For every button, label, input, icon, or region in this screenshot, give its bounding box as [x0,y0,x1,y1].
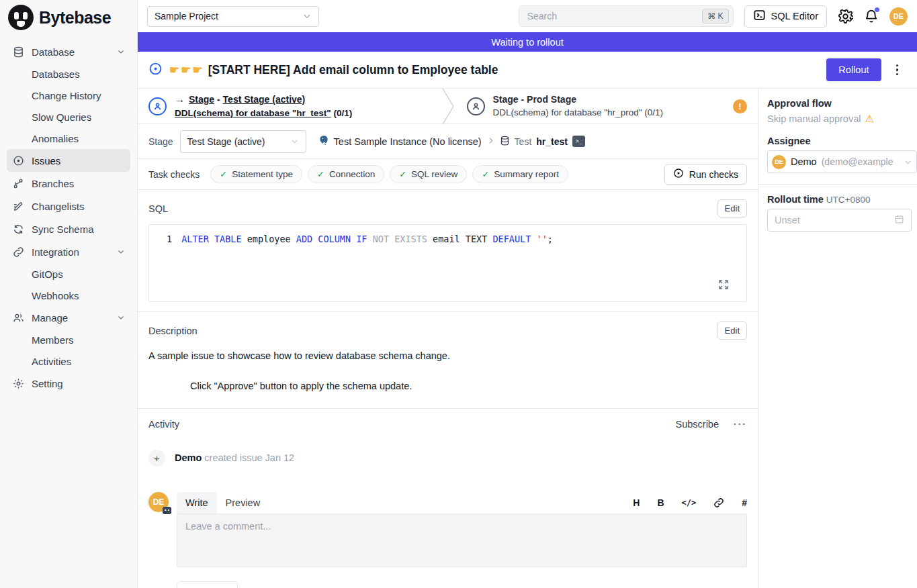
description-edit-button[interactable]: Edit [717,322,747,340]
sidebar-item-anomalies[interactable]: Anomalies [7,128,130,149]
branch-icon [12,177,25,190]
bold-format-icon[interactable]: B [657,497,664,508]
sql-editor[interactable]: 1 ALTER TABLE employee ADD COLUMN IF NOT… [148,224,747,302]
sidebar-item-setting[interactable]: Setting [7,372,130,395]
search-input[interactable] [527,11,703,21]
sidebar-item-members[interactable]: Members [7,329,130,350]
rollout-button[interactable]: Rollout [826,58,881,81]
subscribe-button[interactable]: Subscribe [676,419,719,430]
description-section: Description Edit A sample issue to showc… [138,311,758,408]
heading-format-icon[interactable]: H [633,497,640,508]
approver-icon-active [148,97,167,115]
chevron-down-icon [290,137,299,146]
description-paragraph: Click "Approve" button to apply the sche… [190,379,747,393]
task-checks-label: Task checks [148,169,200,180]
sidebar-item-sync-schema[interactable]: Sync Schema [7,217,130,240]
sidebar-item-issues[interactable]: Issues [7,149,130,172]
terminal-icon [753,9,766,23]
sidebar-item-databases[interactable]: Databases [7,63,130,85]
sidebar-item-change-history[interactable]: Change History [7,85,130,106]
pointing-finger-emoji: ☛☛☛ [169,64,204,77]
tab-write[interactable]: Write [177,492,217,513]
assignee-email: (demo@example [822,156,893,167]
stage-test[interactable]: →Stage - Test Stage (active) DDL(schema)… [138,89,440,124]
run-checks-button[interactable]: Run checks [664,164,747,185]
stage-select[interactable]: Test Stage (active) [180,130,306,153]
database-name[interactable]: hr_test [536,136,568,147]
chevron-down-icon [117,48,125,56]
code-format-icon[interactable]: </> [682,498,697,507]
search-shortcut-badge: ⌘ K [702,9,728,23]
sidebar-item-gitops[interactable]: GitOps [7,263,130,285]
hash-format-icon[interactable]: # [742,497,747,508]
expand-icon[interactable] [718,279,729,292]
project-select[interactable]: Sample Project [147,6,319,27]
sidebar-item-slow-queries[interactable]: Slow Queries [7,106,130,128]
rollout-time-input[interactable]: Unset [767,209,912,232]
panel-divider [758,184,917,185]
notification-dot [875,7,879,12]
activity-section: Activity Subscribe ··· + Demo created is… [138,408,758,588]
description-paragraph: A sample issue to showcase how to review… [148,349,747,362]
stages-strip: →Stage - Test Stage (active) DDL(schema)… [138,89,758,124]
speech-bubble-icon [163,507,171,514]
check-pill-statement-type[interactable]: ✓Statement type [210,165,302,183]
notification-bell-icon[interactable] [864,9,879,23]
tab-preview[interactable]: Preview [217,492,269,513]
gear-icon [12,377,25,390]
stage-label: Stage [148,136,173,147]
sidebar-item-integration[interactable]: Integration [7,240,130,263]
link-format-icon[interactable] [713,497,724,508]
sidebar-item-activities[interactable]: Activities [7,350,130,372]
plus-icon: + [148,450,165,467]
changelist-pen-icon [12,200,25,213]
comment-avatar: DE [148,492,169,512]
stage-select-row: Stage Test Stage (active) Test Sample In… [138,124,758,159]
comment-input[interactable] [177,513,747,567]
check-icon: ✓ [220,169,227,179]
attention-icon: ! [733,99,747,113]
comment-editor: DE Write Preview H B </> [138,473,758,588]
sidebar: Bytebase Database Databases Change Histo… [0,0,138,588]
open-sql-editor-icon[interactable]: >_ [572,136,585,147]
comment-submit-button[interactable]: Comment [177,581,238,588]
app: Bytebase Database Databases Change Histo… [0,0,917,588]
sidebar-item-branches[interactable]: Branches [7,172,130,195]
chevron-down-icon [117,313,125,322]
chevron-right-icon [486,136,495,147]
sidebar-item-manage[interactable]: Manage [7,306,130,329]
people-icon [12,311,25,324]
sidebar-item-changelists[interactable]: Changelists [7,195,130,217]
sql-editor-button[interactable]: SQL Editor [744,5,827,28]
issue-sidebar: Approval flow Skip manual approval ⚠ Ass… [758,89,917,588]
line-number: 1 [167,233,172,246]
calendar-icon [894,214,904,226]
check-pill-summary-report[interactable]: ✓Summary report [472,165,568,183]
status-banner: Waiting to rollout [138,32,917,52]
more-options-icon[interactable]: ··· [734,419,747,430]
approval-flow-label: Approval flow [767,98,917,109]
activity-entry: + Demo created issue Jan 12 [138,432,758,473]
sql-label: SQL [148,203,168,214]
chevron-down-icon [904,158,912,166]
check-pill-connection[interactable]: ✓Connection [308,165,384,183]
settings-gear-icon[interactable] [838,9,853,24]
topbar: Sample Project ⌘ K SQL Editor [138,0,917,32]
user-avatar[interactable]: DE [889,7,908,26]
brand-logo[interactable]: Bytebase [0,0,137,35]
sidebar-item-webhooks[interactable]: Webhooks [7,285,130,306]
sql-edit-button[interactable]: Edit [717,199,747,217]
sidebar-item-database[interactable]: Database [7,40,130,63]
assignee-select[interactable]: DE Demo (demo@example [767,150,917,173]
check-icon: ✓ [399,169,406,179]
sidebar-nav: Database Databases Change History Slow Q… [0,35,137,400]
check-pill-sql-review[interactable]: ✓SQL review [390,165,467,183]
chevron-down-icon [302,11,312,21]
assignee-name: Demo [791,156,817,167]
kebab-menu-icon[interactable] [888,60,907,80]
activity-author: Demo [175,452,202,463]
instance-name[interactable]: Test Sample Instance (No license) [334,136,482,147]
issue-circle-icon [12,154,25,167]
search-box: ⌘ K [519,5,734,27]
stage-prod[interactable]: Stage - Prod Stage DDL(schema) for datab… [456,89,758,124]
